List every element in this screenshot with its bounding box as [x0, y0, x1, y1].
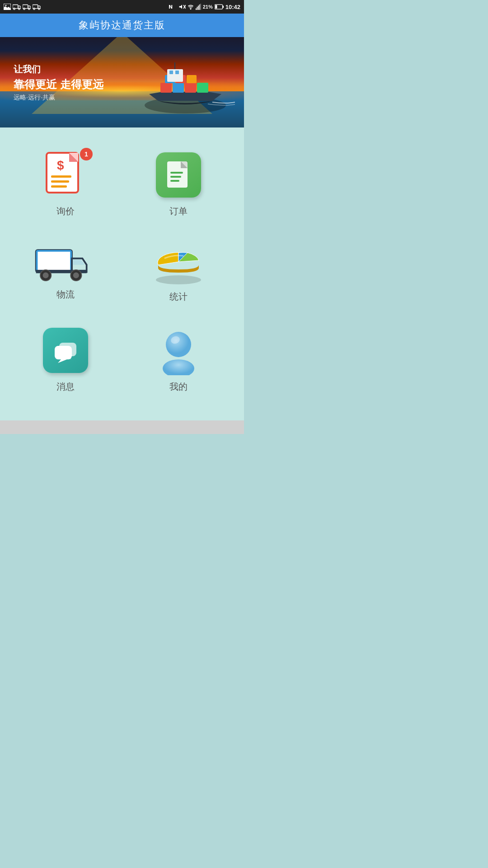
bottom-nav	[0, 420, 244, 434]
order-svg	[165, 159, 192, 191]
banner-line3: 远略·远行·共赢	[14, 94, 103, 102]
svg-point-6	[23, 8, 25, 10]
svg-rect-26	[185, 83, 196, 93]
mine-svg	[158, 326, 199, 375]
signal-icon: 𝗡	[169, 4, 177, 10]
svg-rect-27	[197, 83, 208, 93]
stats-icon	[151, 240, 206, 285]
logistics-label: 物流	[56, 288, 75, 301]
svg-rect-19	[200, 4, 201, 10]
stats-item[interactable]: 统计	[122, 231, 235, 316]
inquiry-icon: $ 1	[41, 150, 90, 200]
message-icon-bg	[43, 328, 88, 373]
svg-rect-38	[51, 180, 69, 183]
time-display: 10:42	[225, 4, 240, 10]
svg-rect-41	[170, 172, 183, 174]
banner-ship	[136, 62, 235, 118]
svg-point-51	[156, 275, 201, 284]
svg-rect-15	[196, 8, 197, 9]
banner: 让我们 靠得更近 走得更远 远略·远行·共赢	[0, 37, 244, 127]
svg-point-1	[5, 5, 7, 6]
svg-rect-39	[51, 185, 67, 188]
order-label: 订单	[169, 205, 188, 217]
battery-icon	[215, 4, 224, 9]
svg-point-9	[33, 8, 35, 10]
svg-point-10	[38, 8, 40, 10]
inquiry-label: 询价	[56, 205, 75, 217]
message-item[interactable]: 消息	[9, 316, 122, 406]
stats-svg	[151, 240, 206, 285]
svg-rect-18	[199, 5, 200, 10]
app-header: 象屿协达通货主版	[0, 14, 244, 37]
svg-rect-25	[173, 83, 184, 93]
svg-point-50	[73, 272, 79, 278]
network-icon	[196, 4, 201, 10]
order-icon-bg	[156, 152, 201, 198]
svg-text:$: $	[57, 158, 64, 172]
svg-point-4	[19, 8, 20, 10]
svg-rect-17	[198, 5, 199, 9]
svg-rect-5	[23, 5, 28, 9]
stats-label: 统计	[169, 291, 188, 303]
inquiry-badge: 1	[80, 148, 93, 160]
svg-rect-32	[169, 71, 173, 74]
svg-rect-42	[170, 176, 181, 178]
mine-icon	[154, 326, 203, 375]
svg-point-14	[190, 9, 191, 10]
status-right-icons: 𝗡 21% 10:42	[169, 4, 240, 10]
ship-svg	[136, 62, 235, 117]
truck2-icon	[23, 4, 31, 10]
svg-rect-33	[175, 71, 179, 74]
message-label: 消息	[56, 381, 75, 393]
svg-rect-2	[13, 5, 18, 9]
svg-point-7	[28, 8, 30, 10]
truck3-icon	[33, 4, 41, 10]
svg-rect-21	[222, 6, 224, 8]
mine-item[interactable]: 我的	[122, 316, 235, 406]
svg-rect-43	[170, 180, 179, 182]
svg-rect-22	[215, 5, 217, 9]
order-item[interactable]: 订单	[122, 141, 235, 231]
svg-rect-16	[197, 7, 197, 10]
mute-icon	[178, 4, 186, 9]
inquiry-item[interactable]: $ 1 询价	[9, 141, 122, 231]
main-grid: $ 1 询价	[0, 127, 244, 420]
logistics-icon	[34, 242, 97, 283]
app-title: 象屿协达通货主版	[79, 19, 165, 32]
inquiry-svg: $	[44, 151, 87, 199]
svg-point-48	[43, 272, 49, 278]
message-icon	[41, 326, 90, 375]
image-icon	[4, 4, 11, 10]
svg-point-3	[14, 8, 15, 10]
svg-rect-37	[51, 175, 71, 178]
svg-rect-30	[187, 75, 197, 83]
status-bar: 𝗡 21% 10:42	[0, 0, 244, 14]
order-icon	[154, 150, 203, 200]
wifi-icon	[188, 4, 194, 10]
truck1-icon	[13, 4, 21, 10]
svg-rect-53	[55, 346, 72, 359]
battery-percent: 21%	[203, 4, 213, 9]
banner-line2: 靠得更近 走得更远	[14, 77, 103, 92]
svg-rect-24	[160, 83, 172, 93]
banner-line1: 让我们	[14, 63, 103, 75]
mine-label: 我的	[169, 381, 188, 393]
logistics-svg	[34, 242, 97, 283]
svg-point-54	[163, 359, 194, 375]
banner-text: 让我们 靠得更近 走得更远 远略·远行·共赢	[14, 63, 103, 102]
message-svg	[51, 336, 80, 365]
svg-text:𝗡: 𝗡	[169, 4, 173, 9]
svg-point-55	[166, 332, 191, 357]
svg-rect-45	[37, 251, 71, 271]
svg-rect-8	[33, 5, 38, 9]
status-left-icons	[4, 4, 41, 10]
logistics-item[interactable]: 物流	[9, 231, 122, 316]
